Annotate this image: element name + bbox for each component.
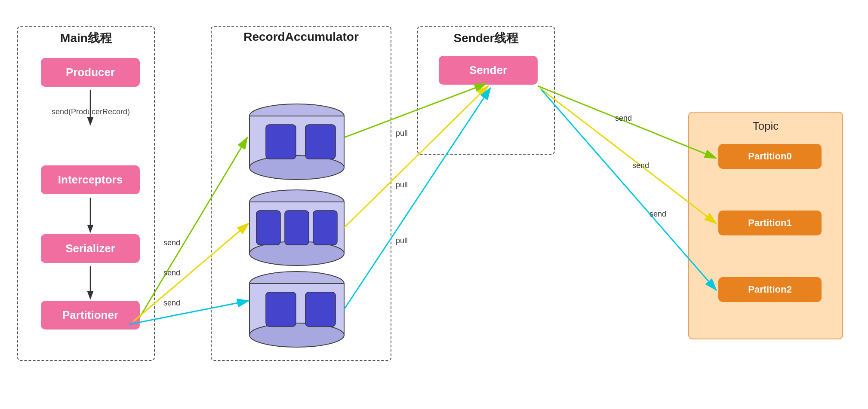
record-accumulator-box — [211, 26, 391, 361]
diagram-container: Main线程 Producer send(ProducerRecord) Int… — [0, 0, 868, 409]
pull-label-1: pull — [396, 129, 408, 138]
sender-thread-title: Sender线程 — [417, 30, 555, 46]
serializer-box: Serializer — [41, 234, 140, 263]
pull-label-3: pull — [396, 236, 408, 245]
partition2-box: Partition2 — [718, 277, 822, 302]
partitioner-box: Partitioner — [41, 301, 140, 330]
interceptors-box: Interceptors — [41, 165, 140, 194]
send-p0-label: send — [615, 114, 632, 123]
send-label-2: send — [163, 269, 180, 278]
producer-box: Producer — [41, 58, 140, 87]
partition0-box: Partition0 — [718, 144, 822, 169]
send-p2-label: send — [649, 210, 666, 219]
record-accumulator-title: RecordAccumulator — [211, 30, 391, 44]
partition1-box: Partition1 — [718, 211, 822, 235]
pull-label-2: pull — [396, 180, 408, 189]
send-label-1: send — [163, 238, 180, 247]
topic-title: Topic — [688, 119, 843, 133]
send-p1-label: send — [632, 161, 649, 170]
sender-box: Sender — [439, 56, 538, 85]
send-producer-record-label: send(ProducerRecord) — [52, 107, 130, 116]
main-thread-title: Main线程 — [17, 30, 155, 46]
send-label-3: send — [163, 299, 180, 308]
